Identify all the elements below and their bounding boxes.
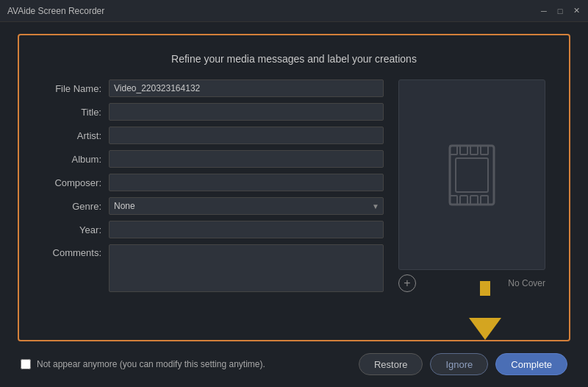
no-cover-label: No Cover [508,278,545,288]
composer-input[interactable] [109,174,384,191]
title-row: Title: [43,103,384,121]
artist-row: Artist: [43,127,384,144]
complete-button[interactable]: Complete [495,353,567,375]
bottom-bar: Not appear anymore (you can modify this … [18,353,570,375]
close-button[interactable]: ✕ [570,5,582,17]
comments-label: Comments: [43,244,109,258]
minimize-button[interactable]: ─ [538,5,550,17]
file-name-input[interactable] [109,79,384,97]
checkbox-area: Not appear anymore (you can modify this … [21,359,265,369]
comments-textarea[interactable] [109,244,384,292]
arrow-indicator [469,305,501,340]
album-input[interactable] [109,150,384,168]
svg-rect-6 [460,196,467,205]
artist-label: Artist: [43,130,109,141]
svg-rect-2 [460,146,467,155]
artist-input[interactable] [109,127,384,144]
cover-box [398,79,545,270]
arrow-head-icon [469,318,501,340]
buttons-area: Restore Ignore Complete [359,353,567,375]
titlebar: AVAide Screen Recorder ─ □ ✕ [0,0,588,22]
app-title: AVAide Screen Recorder [7,6,104,16]
title-label: Title: [43,107,109,118]
svg-rect-7 [470,196,478,205]
form-section: File Name: Title: Artist: Album: [43,79,384,292]
genre-label: Genre: [43,201,109,212]
composer-label: Composer: [43,177,109,188]
genre-select-wrapper: None Blues Classical Country Electronic … [109,197,384,215]
svg-rect-9 [456,158,488,192]
film-strip-icon [442,142,501,208]
genre-row: Genre: None Blues Classical Country Elec… [43,197,384,215]
composer-row: Composer: [43,174,384,191]
album-label: Album: [43,154,109,165]
genre-select[interactable]: None Blues Classical Country Electronic … [109,197,384,215]
file-name-label: File Name: [43,83,109,94]
panel-title: Refine your media messages and label you… [43,53,545,65]
svg-rect-4 [481,146,488,155]
file-name-row: File Name: [43,79,384,97]
year-input[interactable] [109,221,384,238]
svg-rect-3 [470,146,478,155]
panel-body: File Name: Title: Artist: Album: [43,79,545,292]
checkbox-label: Not appear anymore (you can modify this … [37,359,265,369]
album-row: Album: [43,150,384,168]
cover-section: + No Cover [398,79,545,292]
no-appear-checkbox[interactable] [21,359,31,369]
restore-button[interactable]: Restore [359,353,423,375]
cover-footer: + No Cover [398,274,545,292]
comments-row: Comments: [43,244,384,292]
svg-rect-8 [481,196,488,205]
year-row: Year: [43,221,384,238]
year-label: Year: [43,224,109,235]
arrow-shaft [480,281,490,296]
add-cover-button[interactable]: + [398,274,416,292]
maximize-button[interactable]: □ [554,5,566,17]
title-input[interactable] [109,103,384,121]
ignore-button[interactable]: Ignore [430,353,488,375]
window-controls: ─ □ ✕ [538,5,582,17]
